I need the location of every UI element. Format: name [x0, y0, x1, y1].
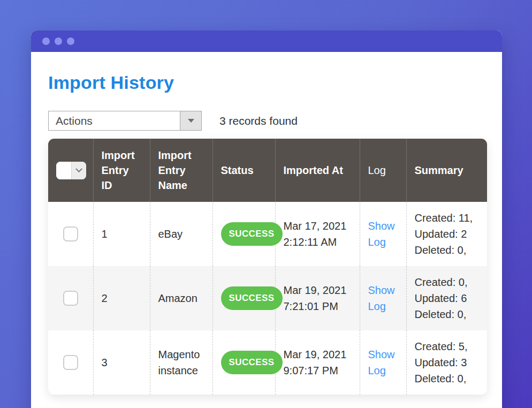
- status-badge: SUCCESS: [221, 222, 283, 246]
- page-title: Import History: [48, 72, 485, 93]
- window-control-dot-icon: [42, 37, 50, 45]
- status-cell: SUCCESS: [212, 330, 275, 395]
- window-titlebar: [31, 31, 502, 52]
- imported-at-cell: Mar 17, 2021 2:12:11 AM: [275, 202, 360, 266]
- column-header-status[interactable]: Status: [212, 139, 275, 202]
- status-cell: SUCCESS: [212, 202, 275, 266]
- status-cell: SUCCESS: [212, 266, 275, 330]
- select-all-checkbox[interactable]: [56, 162, 71, 179]
- row-checkbox[interactable]: [63, 355, 78, 370]
- status-badge: SUCCESS: [221, 351, 283, 374]
- log-cell: Show Log: [360, 330, 406, 395]
- select-all-header-cell: [48, 139, 93, 202]
- column-header-import-entry-id[interactable]: Import Entry ID: [93, 139, 150, 202]
- actions-dropdown-arrow[interactable]: [180, 111, 201, 130]
- summary-cell: Created: 11, Updated: 2 Deleted: 0,: [406, 202, 487, 266]
- column-header-summary[interactable]: Summary: [406, 139, 487, 202]
- column-header-import-entry-name[interactable]: Import Entry Name: [150, 139, 212, 202]
- table-row: 2 Amazon SUCCESS Mar 19, 2021 7:21:01 PM…: [48, 266, 487, 330]
- checkbox-cell: [48, 266, 93, 330]
- show-log-link[interactable]: Show Log: [368, 284, 395, 312]
- import-entry-name-cell: Magento instance: [150, 330, 212, 395]
- select-all-control[interactable]: [56, 162, 86, 179]
- table-row: 3 Magento instance SUCCESS Mar 19, 2021 …: [48, 330, 487, 395]
- import-entry-name-cell: eBay: [150, 202, 212, 266]
- imported-at-cell: Mar 19, 2021 9:07:17 PM: [275, 330, 360, 395]
- window-control-dot-icon: [55, 37, 62, 45]
- import-entry-id-cell: 1: [93, 202, 150, 266]
- show-log-link[interactable]: Show Log: [368, 349, 395, 376]
- checkbox-cell: [48, 202, 93, 266]
- row-checkbox[interactable]: [63, 291, 78, 306]
- grid-toolbar: Actions 3 records found: [48, 111, 485, 131]
- status-badge: SUCCESS: [221, 286, 283, 310]
- summary-cell: Created: 5, Updated: 3 Deleted: 0,: [406, 330, 487, 395]
- page-content: Import History Actions 3 records found: [31, 72, 502, 395]
- records-count: 3 records found: [219, 115, 298, 127]
- summary-cell: Created: 0, Updated: 6 Deleted: 0,: [406, 266, 487, 330]
- imported-at-cell: Mar 19, 2021 7:21:01 PM: [275, 266, 360, 330]
- log-cell: Show Log: [360, 202, 406, 266]
- select-all-dropdown[interactable]: [71, 162, 86, 179]
- column-header-log: Log: [360, 139, 406, 202]
- table-header-row: Import Entry ID Import Entry Name Status…: [48, 139, 487, 202]
- caret-down-icon: [188, 119, 194, 123]
- column-header-imported-at[interactable]: Imported At: [275, 139, 360, 202]
- import-entry-id-cell: 3: [93, 330, 150, 395]
- import-history-table: Import Entry ID Import Entry Name Status…: [48, 139, 487, 395]
- show-log-link[interactable]: Show Log: [368, 220, 395, 248]
- import-entry-name-cell: Amazon: [150, 266, 212, 330]
- table-row: 1 eBay SUCCESS Mar 17, 2021 2:12:11 AM S…: [48, 202, 487, 266]
- log-cell: Show Log: [360, 266, 406, 330]
- import-entry-id-cell: 2: [93, 266, 150, 330]
- row-checkbox[interactable]: [63, 226, 78, 241]
- checkbox-cell: [48, 330, 93, 395]
- actions-dropdown-label: Actions: [49, 111, 180, 130]
- window-control-dot-icon: [67, 37, 74, 45]
- actions-dropdown[interactable]: Actions: [48, 111, 202, 131]
- chevron-down-icon: [75, 165, 82, 172]
- app-window: Import History Actions 3 records found: [31, 31, 502, 408]
